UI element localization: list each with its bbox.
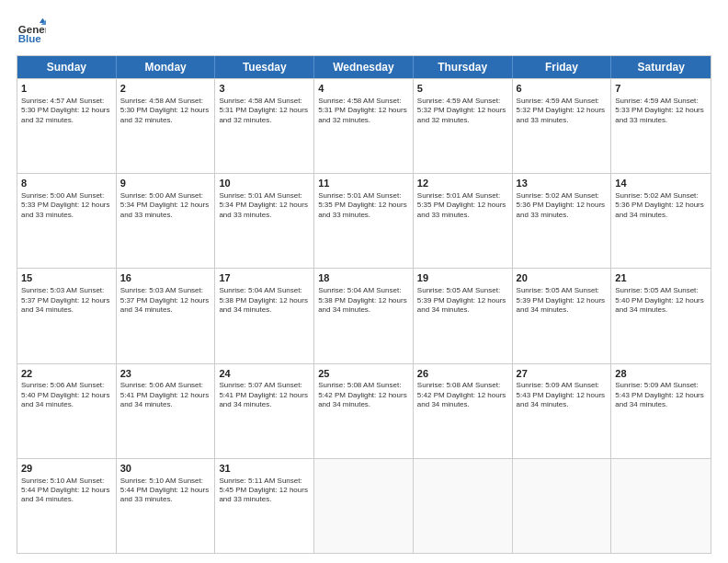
day-number: 22 <box>21 367 112 381</box>
day-number: 9 <box>120 177 211 190</box>
calendar-week-2: 8Sunrise: 5:00 AM Sunset: 5:33 PM Daylig… <box>17 173 711 268</box>
day-content: Sunrise: 5:04 AM Sunset: 5:38 PM Dayligh… <box>219 286 310 315</box>
weekday-header-monday: Monday <box>117 56 216 78</box>
day-number: 3 <box>219 82 310 96</box>
page-header: General Blue <box>17 17 711 46</box>
weekday-header-saturday: Saturday <box>611 56 711 78</box>
calendar-day-31: 31Sunrise: 5:11 AM Sunset: 5:45 PM Dayli… <box>215 459 314 553</box>
day-number: 19 <box>417 271 508 285</box>
day-content: Sunrise: 5:11 AM Sunset: 5:45 PM Dayligh… <box>219 477 310 505</box>
day-content: Sunrise: 5:02 AM Sunset: 5:36 PM Dayligh… <box>517 191 608 220</box>
day-number: 2 <box>120 82 211 96</box>
day-content: Sunrise: 4:58 AM Sunset: 5:31 PM Dayligh… <box>318 97 409 125</box>
day-content: Sunrise: 5:10 AM Sunset: 5:44 PM Dayligh… <box>21 477 112 505</box>
calendar-day-23: 23Sunrise: 5:06 AM Sunset: 5:41 PM Dayli… <box>117 364 216 458</box>
calendar-day-3: 3Sunrise: 4:58 AM Sunset: 5:31 PM Daylig… <box>215 79 314 173</box>
day-number: 28 <box>615 367 707 381</box>
day-content: Sunrise: 5:06 AM Sunset: 5:41 PM Dayligh… <box>120 381 211 409</box>
day-number: 31 <box>219 462 310 476</box>
day-number: 16 <box>120 271 211 285</box>
weekday-header-tuesday: Tuesday <box>215 56 314 78</box>
day-content: Sunrise: 4:59 AM Sunset: 5:32 PM Dayligh… <box>417 97 508 125</box>
day-number: 14 <box>615 177 707 190</box>
day-content: Sunrise: 5:01 AM Sunset: 5:35 PM Dayligh… <box>417 191 508 220</box>
day-content: Sunrise: 5:00 AM Sunset: 5:33 PM Dayligh… <box>21 191 112 220</box>
calendar-day-18: 18Sunrise: 5:04 AM Sunset: 5:38 PM Dayli… <box>314 269 414 362</box>
weekday-header-friday: Friday <box>513 56 612 78</box>
calendar-day-7: 7Sunrise: 4:59 AM Sunset: 5:33 PM Daylig… <box>611 79 711 173</box>
day-content: Sunrise: 4:57 AM Sunset: 5:30 PM Dayligh… <box>21 97 112 125</box>
calendar-day-12: 12Sunrise: 5:01 AM Sunset: 5:35 PM Dayli… <box>414 174 513 268</box>
day-content: Sunrise: 5:01 AM Sunset: 5:35 PM Dayligh… <box>318 191 409 220</box>
day-number: 29 <box>21 462 112 476</box>
empty-cell <box>513 459 612 553</box>
empty-cell <box>414 459 513 553</box>
calendar-day-22: 22Sunrise: 5:06 AM Sunset: 5:40 PM Dayli… <box>17 364 117 458</box>
day-content: Sunrise: 5:05 AM Sunset: 5:39 PM Dayligh… <box>417 286 508 315</box>
day-content: Sunrise: 5:07 AM Sunset: 5:41 PM Dayligh… <box>219 381 310 409</box>
day-number: 10 <box>219 177 310 190</box>
day-content: Sunrise: 5:01 AM Sunset: 5:34 PM Dayligh… <box>219 191 310 220</box>
day-number: 21 <box>615 271 707 285</box>
day-content: Sunrise: 5:06 AM Sunset: 5:40 PM Dayligh… <box>21 381 112 409</box>
calendar-day-29: 29Sunrise: 5:10 AM Sunset: 5:44 PM Dayli… <box>17 459 117 553</box>
calendar-day-1: 1Sunrise: 4:57 AM Sunset: 5:30 PM Daylig… <box>17 79 117 173</box>
day-content: Sunrise: 4:59 AM Sunset: 5:32 PM Dayligh… <box>517 97 608 125</box>
calendar-day-24: 24Sunrise: 5:07 AM Sunset: 5:41 PM Dayli… <box>215 364 314 458</box>
calendar-day-14: 14Sunrise: 5:02 AM Sunset: 5:36 PM Dayli… <box>611 174 711 268</box>
logo-icon: General Blue <box>17 17 46 46</box>
calendar-body: 1Sunrise: 4:57 AM Sunset: 5:30 PM Daylig… <box>17 78 711 553</box>
empty-cell <box>611 459 711 553</box>
day-number: 7 <box>615 82 707 96</box>
day-content: Sunrise: 5:08 AM Sunset: 5:42 PM Dayligh… <box>417 381 508 409</box>
calendar-day-19: 19Sunrise: 5:05 AM Sunset: 5:39 PM Dayli… <box>414 269 513 362</box>
day-content: Sunrise: 5:10 AM Sunset: 5:44 PM Dayligh… <box>120 477 211 505</box>
day-number: 30 <box>120 462 211 476</box>
calendar-day-25: 25Sunrise: 5:08 AM Sunset: 5:42 PM Dayli… <box>314 364 414 458</box>
day-number: 1 <box>21 82 112 96</box>
calendar-day-20: 20Sunrise: 5:05 AM Sunset: 5:39 PM Dayli… <box>513 269 612 362</box>
day-content: Sunrise: 4:59 AM Sunset: 5:33 PM Dayligh… <box>615 97 707 125</box>
calendar-day-16: 16Sunrise: 5:03 AM Sunset: 5:37 PM Dayli… <box>117 269 216 362</box>
calendar-day-8: 8Sunrise: 5:00 AM Sunset: 5:33 PM Daylig… <box>17 174 117 268</box>
day-number: 25 <box>318 367 409 381</box>
calendar-day-6: 6Sunrise: 4:59 AM Sunset: 5:32 PM Daylig… <box>513 79 612 173</box>
calendar-day-4: 4Sunrise: 4:58 AM Sunset: 5:31 PM Daylig… <box>314 79 414 173</box>
day-number: 15 <box>21 271 112 285</box>
calendar-day-15: 15Sunrise: 5:03 AM Sunset: 5:37 PM Dayli… <box>17 269 117 362</box>
weekday-header-wednesday: Wednesday <box>314 56 414 78</box>
day-content: Sunrise: 5:00 AM Sunset: 5:34 PM Dayligh… <box>120 191 211 220</box>
calendar-day-9: 9Sunrise: 5:00 AM Sunset: 5:34 PM Daylig… <box>117 174 216 268</box>
calendar-grid: SundayMondayTuesdayWednesdayThursdayFrid… <box>17 55 711 554</box>
day-content: Sunrise: 5:04 AM Sunset: 5:38 PM Dayligh… <box>318 286 409 315</box>
calendar-week-5: 29Sunrise: 5:10 AM Sunset: 5:44 PM Dayli… <box>17 458 711 553</box>
day-content: Sunrise: 5:03 AM Sunset: 5:37 PM Dayligh… <box>21 286 112 315</box>
calendar-day-2: 2Sunrise: 4:58 AM Sunset: 5:30 PM Daylig… <box>117 79 216 173</box>
day-number: 11 <box>318 177 409 190</box>
day-number: 24 <box>219 367 310 381</box>
day-number: 20 <box>517 271 608 285</box>
calendar-day-13: 13Sunrise: 5:02 AM Sunset: 5:36 PM Dayli… <box>513 174 612 268</box>
calendar-day-5: 5Sunrise: 4:59 AM Sunset: 5:32 PM Daylig… <box>414 79 513 173</box>
day-number: 8 <box>21 177 112 190</box>
day-content: Sunrise: 4:58 AM Sunset: 5:31 PM Dayligh… <box>219 97 310 125</box>
day-number: 13 <box>517 177 608 190</box>
calendar-day-27: 27Sunrise: 5:09 AM Sunset: 5:43 PM Dayli… <box>513 364 612 458</box>
calendar-page: General Blue SundayMondayTuesdayWednesda… <box>0 0 728 563</box>
calendar-week-4: 22Sunrise: 5:06 AM Sunset: 5:40 PM Dayli… <box>17 363 711 458</box>
calendar-day-30: 30Sunrise: 5:10 AM Sunset: 5:44 PM Dayli… <box>117 459 216 553</box>
day-content: Sunrise: 4:58 AM Sunset: 5:30 PM Dayligh… <box>120 97 211 125</box>
day-content: Sunrise: 5:05 AM Sunset: 5:40 PM Dayligh… <box>615 286 707 315</box>
day-number: 17 <box>219 271 310 285</box>
calendar-day-21: 21Sunrise: 5:05 AM Sunset: 5:40 PM Dayli… <box>611 269 711 362</box>
svg-text:Blue: Blue <box>18 33 42 44</box>
calendar-day-28: 28Sunrise: 5:09 AM Sunset: 5:43 PM Dayli… <box>611 364 711 458</box>
calendar-day-26: 26Sunrise: 5:08 AM Sunset: 5:42 PM Dayli… <box>414 364 513 458</box>
day-content: Sunrise: 5:08 AM Sunset: 5:42 PM Dayligh… <box>318 381 409 409</box>
day-content: Sunrise: 5:02 AM Sunset: 5:36 PM Dayligh… <box>615 191 707 220</box>
day-content: Sunrise: 5:09 AM Sunset: 5:43 PM Dayligh… <box>615 381 707 409</box>
day-number: 6 <box>517 82 608 96</box>
weekday-header-thursday: Thursday <box>414 56 513 78</box>
weekday-header-sunday: Sunday <box>17 56 117 78</box>
calendar-header: SundayMondayTuesdayWednesdayThursdayFrid… <box>17 56 711 78</box>
